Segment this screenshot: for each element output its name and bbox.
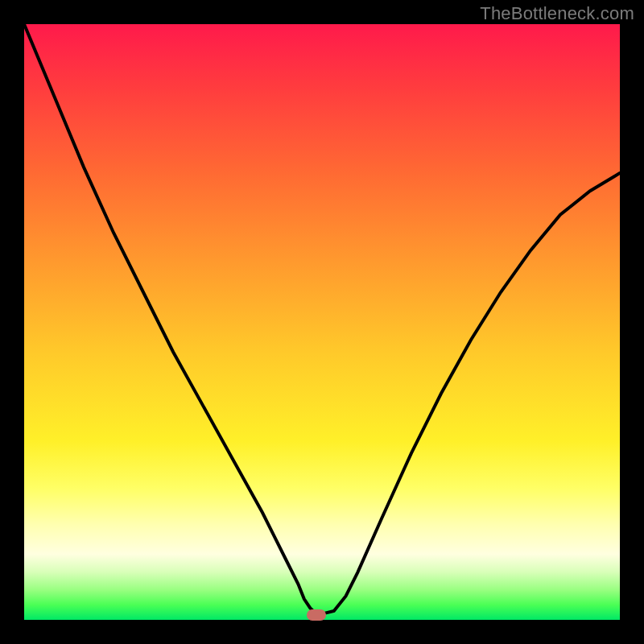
chart-frame: TheBottleneck.com [0, 0, 644, 644]
bottleneck-curve-path [24, 24, 620, 614]
watermark-text: TheBottleneck.com [480, 3, 634, 24]
min-marker [307, 609, 326, 621]
plot-area [24, 24, 620, 620]
curve-svg [24, 24, 620, 620]
